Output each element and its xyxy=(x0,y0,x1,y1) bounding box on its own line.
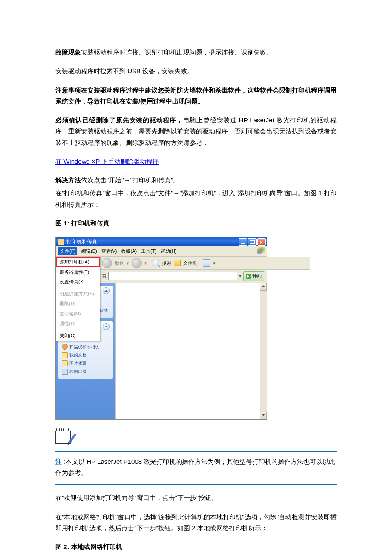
folders-label[interactable]: 文件夹 xyxy=(183,259,197,267)
note-label: 注 : xyxy=(55,458,66,465)
menu-view[interactable]: 查看(V) xyxy=(101,247,117,255)
menuitem-server-properties[interactable]: 服务器属性(T) xyxy=(56,267,100,277)
go-label: 转到 xyxy=(252,272,262,280)
go-button[interactable]: 转到 xyxy=(243,271,264,281)
note-box: 注 :本文以 HP LaserJet P1008 激光打印机的操作方法为例，其他… xyxy=(55,451,337,485)
menu-separator xyxy=(56,288,100,288)
figure-2-caption: 图 2: 本地或网络打印机 xyxy=(55,541,337,552)
other-place-item[interactable]: 我的电脑 xyxy=(62,368,110,376)
para-welcome-wizard: 在"欢迎使用添加打印机向导"窗口中，点击"下一步"按钮。 xyxy=(55,492,337,503)
windows-flag-icon xyxy=(257,247,265,254)
search-label[interactable]: 搜索 xyxy=(162,259,171,267)
para-confirm-delete: 必须确认已经删除了原先安装的驱动程序，电脑上曾经安装过 HP LaserJet … xyxy=(55,115,337,148)
link-manual-delete-driver[interactable]: 在 Windows XP 下手动删除驱动程序 xyxy=(55,158,159,165)
views-icon[interactable] xyxy=(203,259,210,267)
close-button[interactable] xyxy=(257,238,266,246)
figure-1-caption: 图 1: 打印机和传真 xyxy=(55,218,337,229)
label-confirm-delete: 必须确认已经删除了原先安装的驱动程序， xyxy=(55,116,183,124)
para-link: 在 Windows XP 下手动删除驱动程序 xyxy=(55,156,337,167)
menu-favorites[interactable]: 收藏(A) xyxy=(121,247,137,255)
label-fault: 故障现象 xyxy=(55,49,81,56)
menu-separator xyxy=(56,330,100,330)
menuitem-setup-fax[interactable]: 设置传真(X) xyxy=(56,277,100,287)
scanner-icon xyxy=(62,344,68,350)
menuitem-rename[interactable]: 重命名(M) xyxy=(56,309,100,319)
menu-file[interactable]: 文件(F) xyxy=(58,247,77,255)
maximize-button[interactable] xyxy=(248,238,257,246)
file-menu-dropdown: 添加打印机(A) 服务器属性(T) 设置传真(X) 创建快捷方式(S) 删除(D… xyxy=(56,257,100,341)
menubar: 文件(F) 编辑(E) 查看(V) 收藏(A) 工具(T) 帮助(H) xyxy=(56,246,267,257)
window-titlebar: 打印机和传真 xyxy=(56,237,267,246)
note-icon xyxy=(55,428,72,445)
menuitem-properties[interactable]: 属性(R) xyxy=(56,319,100,329)
menuitem-add-printer[interactable]: 添加打印机(A) xyxy=(56,257,100,267)
menu-edit[interactable]: 编辑(E) xyxy=(81,247,97,255)
text-fault: 安装驱动程序时连接、识别打印机出现问题，提示连接、识别失败。 xyxy=(81,49,273,56)
toolbar: 后退 ▾ ▾ 搜索 文件夹 ▾ xyxy=(99,257,310,270)
scroll-down-icon[interactable] xyxy=(260,412,267,419)
other-place-label-4: 我的电脑 xyxy=(69,368,86,376)
folder-icon xyxy=(62,360,68,366)
menuitem-create-shortcut[interactable]: 创建快捷方式(S) xyxy=(56,289,100,299)
vertical-scrollbar[interactable] xyxy=(260,283,267,419)
other-place-item[interactable]: 扫描仪和照相机 xyxy=(62,343,110,351)
other-place-label-3: 图片收藏 xyxy=(69,360,86,367)
other-place-label-1: 扫描仪和照相机 xyxy=(69,343,99,351)
collapse-icon[interactable] xyxy=(103,323,110,330)
menuitem-delete[interactable]: 删除(D) xyxy=(56,299,100,309)
note-text: 本文以 HP LaserJet P1008 激光打印机的操作方法为例，其他型号打… xyxy=(55,458,335,476)
label-solution: 解决方法 xyxy=(55,176,81,184)
para-fault: 故障现象安装驱动程序时连接、识别打印机出现问题，提示连接、识别失败。 xyxy=(55,47,337,58)
go-arrow-icon xyxy=(246,274,251,279)
address-input[interactable] xyxy=(108,272,237,280)
my-computer-icon xyxy=(62,369,68,375)
collapse-icon[interactable] xyxy=(103,287,110,294)
window-title: 打印机和传真 xyxy=(66,237,97,246)
folders-icon[interactable] xyxy=(174,260,181,266)
scroll-up-icon[interactable] xyxy=(260,283,267,291)
address-label: 真 xyxy=(102,272,107,280)
back-label: 后退 xyxy=(115,259,124,267)
other-place-item[interactable]: 图片收藏 xyxy=(62,360,110,367)
para-usb: 安装驱动程序时搜索不到 USB 设备，安装失败。 xyxy=(55,66,337,77)
menu-help[interactable]: 帮助(H) xyxy=(161,247,176,255)
para-solution: 解决方法依次点击"开始"→"打印机和传真"。 xyxy=(55,175,337,186)
folder-icon xyxy=(62,352,68,358)
forward-button-icon[interactable] xyxy=(132,258,142,268)
printer-icon xyxy=(58,239,64,245)
document-page: 故障现象安装驱动程序时连接、识别打印机出现问题，提示连接、识别失败。 安装驱动程… xyxy=(0,0,392,555)
para-local-network: 在"本地或网络打印机"窗口中，选择"连接到此计算机的本地打印机"选项，勾除"自动… xyxy=(55,512,337,534)
other-place-label-2: 我的文档 xyxy=(69,351,86,359)
menu-tools[interactable]: 工具(T) xyxy=(141,247,156,255)
para-step1: 在"打印机和传真"窗口中，依次点击"文件"→"添加打印机"，进入"添加打印机向导… xyxy=(55,188,337,210)
main-content-area xyxy=(115,283,267,419)
text-solution: 依次点击"开始"→"打印机和传真"。 xyxy=(81,176,179,184)
menuitem-close[interactable]: 关闭(C) xyxy=(56,331,100,341)
other-place-item[interactable]: 我的文档 xyxy=(62,351,110,359)
search-icon[interactable] xyxy=(153,260,159,266)
minimize-button[interactable] xyxy=(239,238,247,246)
figure-1-window: 打印机和传真 文件(F) 编辑(E) 查看(V) 收藏(A) 工具(T) 帮助(… xyxy=(55,237,267,420)
para-caution: 注意事项在安装驱动程序过程中建议您关闭防火墙软件和杀毒软件，这些软件会限制打印机… xyxy=(55,85,337,107)
back-button-icon[interactable] xyxy=(102,258,112,268)
